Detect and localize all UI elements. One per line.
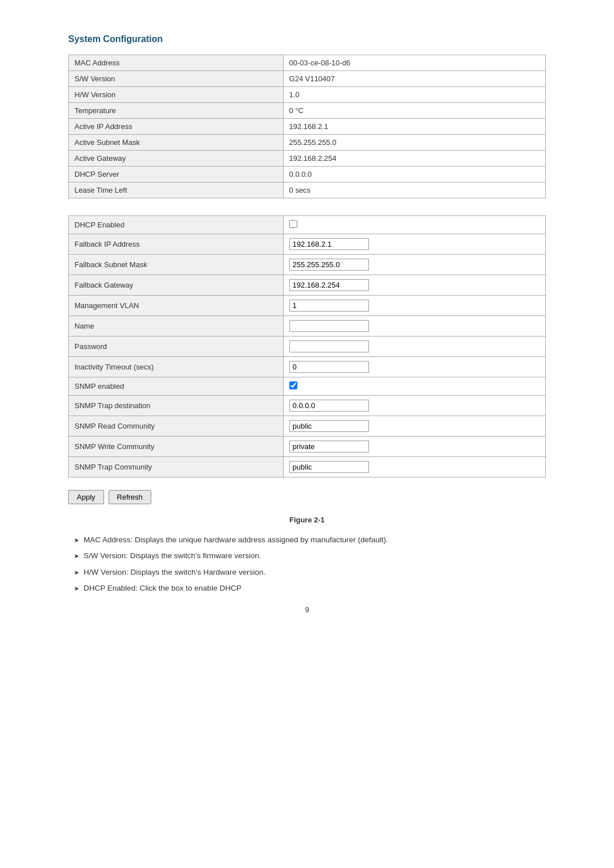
table-row: SNMP Trap Community	[69, 457, 546, 477]
row-value: 1.0	[283, 87, 545, 103]
info-table: MAC Address00-03-ce-08-10-d6S/W VersionG…	[68, 55, 546, 198]
checkbox-input[interactable]	[289, 381, 297, 389]
row-value: 255.255.255.0	[283, 135, 545, 151]
table-row: Active Gateway192.168.2.254	[69, 151, 546, 167]
row-label: Temperature	[69, 103, 284, 119]
list-item: DHCP Enabled: Click the box to enable DH…	[74, 583, 546, 594]
row-input	[283, 216, 545, 234]
table-row: MAC Address00-03-ce-08-10-d6	[69, 55, 546, 71]
table-row: SNMP enabled	[69, 377, 546, 396]
apply-button[interactable]: Apply	[68, 490, 104, 504]
table-row: SNMP Trap destination	[69, 396, 546, 416]
refresh-button[interactable]: Refresh	[109, 490, 152, 504]
row-value: 0 °C	[283, 103, 545, 119]
row-label: SNMP enabled	[69, 377, 284, 396]
text-input[interactable]	[289, 300, 369, 312]
table-row: Active IP Address192.168.2.1	[69, 119, 546, 135]
list-item: MAC Address: Displays the unique hardwar…	[74, 534, 546, 546]
row-label: Active Gateway	[69, 151, 284, 167]
row-input	[283, 437, 545, 457]
row-label: Fallback Subnet Mask	[69, 255, 284, 275]
checkbox-input[interactable]	[289, 220, 297, 228]
text-input[interactable]	[289, 320, 369, 332]
row-input	[283, 357, 545, 377]
row-input	[283, 337, 545, 357]
text-input[interactable]	[289, 441, 369, 452]
table-row: Lease Time Left0 secs	[69, 182, 546, 198]
row-input	[283, 396, 545, 416]
table-row: SNMP Read Community	[69, 416, 546, 437]
table-row: Name	[69, 316, 546, 337]
row-label: Fallback Gateway	[69, 275, 284, 296]
table-row: Fallback IP Address	[69, 234, 546, 255]
config-table: DHCP EnabledFallback IP AddressFallback …	[68, 215, 546, 477]
row-label: H/W Version	[69, 87, 284, 103]
text-input[interactable]	[289, 238, 369, 250]
table-row: H/W Version1.0	[69, 87, 546, 103]
bullet-list: MAC Address: Displays the unique hardwar…	[74, 534, 546, 594]
row-input	[283, 275, 545, 296]
row-label: SNMP Write Community	[69, 437, 284, 457]
table-row: Inactivity Timeout (secs)	[69, 357, 546, 377]
row-label: S/W Version	[69, 71, 284, 87]
list-item: S/W Version: Displays the switch's firmw…	[74, 550, 546, 562]
row-label: Fallback IP Address	[69, 234, 284, 255]
page-number: 9	[68, 605, 546, 614]
table-row: SNMP Write Community	[69, 437, 546, 457]
row-input	[283, 416, 545, 437]
row-value: 0 secs	[283, 182, 545, 198]
row-label: MAC Address	[69, 55, 284, 71]
row-label: DHCP Enabled	[69, 216, 284, 234]
row-input	[283, 316, 545, 337]
row-value: 192.168.2.254	[283, 151, 545, 167]
row-label: Lease Time Left	[69, 182, 284, 198]
row-input	[283, 457, 545, 477]
text-input[interactable]	[289, 461, 369, 473]
row-label: SNMP Trap destination	[69, 396, 284, 416]
button-row: Apply Refresh	[68, 490, 546, 504]
row-value: 00-03-ce-08-10-d6	[283, 55, 545, 71]
row-label: SNMP Trap Community	[69, 457, 284, 477]
row-input	[283, 377, 545, 396]
row-value: 192.168.2.1	[283, 119, 545, 135]
list-item: H/W Version: Displays the switch's Hardw…	[74, 567, 546, 578]
table-row: Management VLAN	[69, 296, 546, 316]
text-input[interactable]	[289, 259, 369, 271]
table-row: DHCP Server0.0.0.0	[69, 167, 546, 182]
row-label: Active IP Address	[69, 119, 284, 135]
table-row: Password	[69, 337, 546, 357]
row-value: G24 V110407	[283, 71, 545, 87]
row-label: DHCP Server	[69, 167, 284, 182]
row-label: SNMP Read Community	[69, 416, 284, 437]
row-label: Password	[69, 337, 284, 357]
table-row: Fallback Gateway	[69, 275, 546, 296]
text-input[interactable]	[289, 400, 369, 412]
table-row: S/W VersionG24 V110407	[69, 71, 546, 87]
text-input[interactable]	[289, 361, 369, 373]
table-row: Active Subnet Mask255.255.255.0	[69, 135, 546, 151]
row-value: 0.0.0.0	[283, 167, 545, 182]
page-title: System Configuration	[68, 34, 546, 44]
row-input	[283, 255, 545, 275]
text-input[interactable]	[289, 279, 369, 291]
text-input[interactable]	[289, 420, 369, 432]
row-label: Management VLAN	[69, 296, 284, 316]
row-label: Active Subnet Mask	[69, 135, 284, 151]
figure-caption: Figure 2-1	[68, 516, 546, 524]
table-row: Fallback Subnet Mask	[69, 255, 546, 275]
row-label: Name	[69, 316, 284, 337]
row-input	[283, 296, 545, 316]
table-row: DHCP Enabled	[69, 216, 546, 234]
row-input	[283, 234, 545, 255]
password-input[interactable]	[289, 340, 369, 352]
row-label: Inactivity Timeout (secs)	[69, 357, 284, 377]
table-row: Temperature0 °C	[69, 103, 546, 119]
